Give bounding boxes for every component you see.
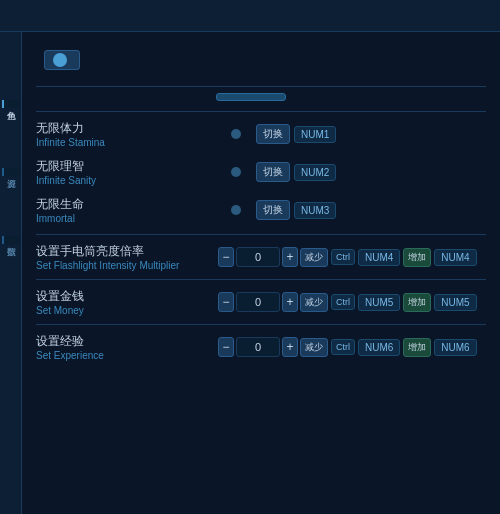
reduce-button-2[interactable]: 减少 (300, 338, 328, 357)
numeric-label-2: 设置经验 Set Experience (36, 333, 216, 361)
sidebar-group-character[interactable]: 角色 (2, 100, 20, 110)
ctrl-label-1: Ctrl (331, 294, 355, 310)
numeric-row-2: 设置经验 Set Experience − + 减少 Ctrl NUM6 增加 … (36, 333, 486, 361)
sidebar-label-resources[interactable]: 资源 (2, 168, 20, 176)
toggle-label-2: 无限生命 Immortal (36, 196, 216, 224)
sidebar-items: 角色 资源 数据 (2, 40, 20, 514)
toggle-en-0: Infinite Stamina (36, 137, 216, 148)
reduce-key-1: NUM5 (358, 294, 400, 311)
toggle-dot-1 (231, 167, 241, 177)
numeric-divider-0 (36, 279, 486, 280)
sidebar-label-data[interactable]: 数据 (2, 236, 20, 244)
divider-2 (36, 234, 486, 235)
hotkey-group-1: 切换 NUM2 (256, 162, 486, 182)
hotkey-group-2: 切换 NUM3 (256, 200, 486, 220)
sidebar: 角色 资源 数据 (0, 32, 22, 514)
toggle-dot-2 (231, 205, 241, 215)
toggle-row-1: 无限理智 Infinite Sanity 切换 NUM2 (36, 158, 486, 186)
plus-button-0[interactable]: + (282, 247, 298, 267)
hotkey-group-0: 切换 NUM1 (256, 124, 486, 144)
ctrl-label-2: Ctrl (331, 339, 355, 355)
divider-1 (36, 111, 486, 112)
sidebar-group-data[interactable]: 数据 (2, 236, 20, 246)
numeric-en-0: Set Flashlight Intensity Multiplier (36, 260, 216, 271)
close-all-button[interactable] (216, 93, 286, 101)
add-button-2[interactable]: 增加 (403, 338, 431, 357)
plus-button-1[interactable]: + (282, 292, 298, 312)
add-key-2: NUM6 (434, 339, 476, 356)
steam-icon (53, 53, 67, 67)
toggle-row-0: 无限体力 Infinite Stamina 切换 NUM1 (36, 120, 486, 148)
sidebar-label-character[interactable]: 角色 (2, 100, 20, 108)
toggle-cn-2: 无限生命 (36, 196, 216, 213)
numeric-cn-2: 设置经验 (36, 333, 216, 350)
numeric-hotkeys-2: 减少 Ctrl NUM6 增加 NUM6 (300, 338, 486, 357)
add-key-0: NUM4 (434, 249, 476, 266)
toggle-en-1: Infinite Sanity (36, 175, 216, 186)
minus-button-2[interactable]: − (218, 337, 234, 357)
toggle-label-0: 无限体力 Infinite Stamina (36, 120, 216, 148)
numeric-cn-0: 设置手电筒亮度倍率 (36, 243, 216, 260)
switch-button-1[interactable]: 切换 (256, 162, 290, 182)
numeric-en-1: Set Money (36, 305, 216, 316)
reduce-button-1[interactable]: 减少 (300, 293, 328, 312)
toggle-row-2: 无限生命 Immortal 切换 NUM3 (36, 196, 486, 224)
add-button-0[interactable]: 增加 (403, 248, 431, 267)
top-bar (0, 0, 500, 32)
num-input-1[interactable] (236, 292, 280, 312)
reduce-key-0: NUM4 (358, 249, 400, 266)
main-area: 角色 资源 数据 (0, 32, 500, 514)
numeric-row-0: 设置手电筒亮度倍率 Set Flashlight Intensity Multi… (36, 243, 486, 271)
add-key-1: NUM5 (434, 294, 476, 311)
toggle-label-1: 无限理智 Infinite Sanity (36, 158, 216, 186)
steam-badge[interactable] (44, 50, 80, 70)
toggle-dot-0 (231, 129, 241, 139)
numkey-1: NUM2 (294, 164, 336, 181)
num-input-2[interactable] (236, 337, 280, 357)
num-input-0[interactable] (236, 247, 280, 267)
toggle-en-2: Immortal (36, 213, 216, 224)
sidebar-group-resources[interactable]: 资源 (2, 168, 20, 178)
toggle-cn-1: 无限理智 (36, 158, 216, 175)
numeric-rows-container: 设置手电筒亮度倍率 Set Flashlight Intensity Multi… (36, 243, 486, 361)
switch-button-0[interactable]: 切换 (256, 124, 290, 144)
numeric-label-0: 设置手电筒亮度倍率 Set Flashlight Intensity Multi… (36, 243, 216, 271)
numeric-row-1: 设置金钱 Set Money − + 减少 Ctrl NUM5 增加 NUM5 (36, 288, 486, 316)
toggle-cn-0: 无限体力 (36, 120, 216, 137)
add-button-1[interactable]: 增加 (403, 293, 431, 312)
numeric-hotkeys-0: 减少 Ctrl NUM4 增加 NUM4 (300, 248, 486, 267)
onekey-row (36, 93, 486, 101)
numkey-2: NUM3 (294, 202, 336, 219)
numeric-divider-1 (36, 324, 486, 325)
ctrl-label-0: Ctrl (331, 249, 355, 265)
plus-button-2[interactable]: + (282, 337, 298, 357)
minus-button-0[interactable]: − (218, 247, 234, 267)
reduce-button-0[interactable]: 减少 (300, 248, 328, 267)
numeric-label-1: 设置金钱 Set Money (36, 288, 216, 316)
numeric-en-2: Set Experience (36, 350, 216, 361)
numkey-0: NUM1 (294, 126, 336, 143)
switch-button-2[interactable]: 切换 (256, 200, 290, 220)
column-headers (36, 82, 486, 87)
toggle-rows-container: 无限体力 Infinite Stamina 切换 NUM1 无限理智 Infin… (36, 120, 486, 224)
reduce-key-2: NUM6 (358, 339, 400, 356)
platform-row (36, 50, 486, 70)
numeric-hotkeys-1: 减少 Ctrl NUM5 增加 NUM5 (300, 293, 486, 312)
numeric-cn-1: 设置金钱 (36, 288, 216, 305)
minus-button-1[interactable]: − (218, 292, 234, 312)
content-area: 无限体力 Infinite Stamina 切换 NUM1 无限理智 Infin… (22, 32, 500, 514)
